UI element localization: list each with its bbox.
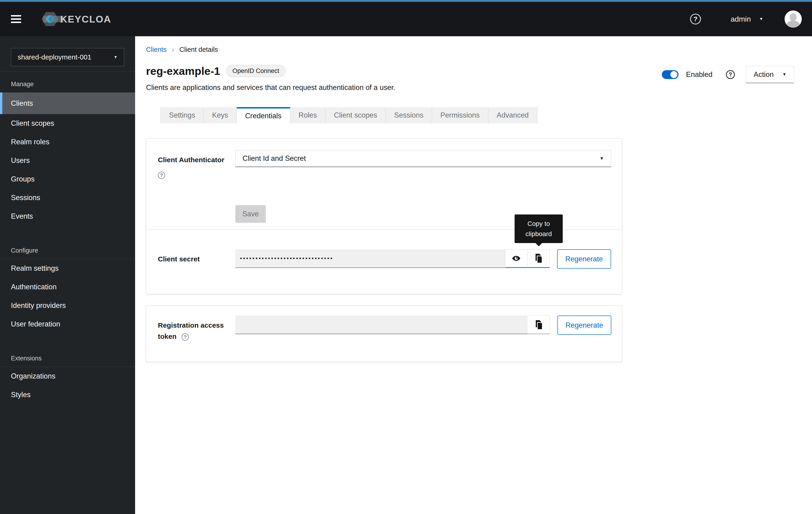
- sidebar-item-sessions[interactable]: Sessions: [0, 188, 135, 207]
- user-menu[interactable]: admin ▼: [731, 15, 763, 24]
- client-authenticator-controls: Client Id and Secret ▼: [235, 150, 611, 180]
- masthead-right: ? admin ▼: [690, 10, 802, 28]
- breadcrumb-current: Client details: [179, 46, 218, 54]
- regenerate-secret-button[interactable]: Regenerate: [557, 249, 611, 269]
- client-authenticator-row: Client Authenticator ? Client Id and Sec…: [158, 150, 611, 180]
- sidebar-item-client-scopes[interactable]: Client scopes: [0, 114, 135, 133]
- client-secret-label: Client secret: [158, 249, 235, 269]
- sidebar-item-clients[interactable]: Clients: [0, 92, 135, 114]
- page-title: reg-example-1: [146, 65, 220, 78]
- caret-down-icon: ▼: [782, 72, 786, 77]
- tab-client-scopes[interactable]: Client scopes: [325, 107, 386, 123]
- chevron-right-icon: ›: [172, 45, 174, 54]
- eye-icon: [512, 254, 521, 263]
- user-name: admin: [731, 15, 751, 24]
- caret-down-icon: ▼: [600, 156, 604, 161]
- client-authenticator-label-cell: Client Authenticator ?: [158, 150, 235, 180]
- tab-roles[interactable]: Roles: [290, 107, 325, 123]
- tab-settings[interactable]: Settings: [161, 107, 204, 123]
- sidebar-item-identity-providers[interactable]: Identity providers: [0, 296, 135, 315]
- nav-section-title: Manage: [0, 72, 135, 92]
- save-button[interactable]: Save: [235, 205, 266, 223]
- sidebar-item-organizations[interactable]: Organizations: [0, 367, 135, 386]
- registration-token-input[interactable]: [235, 315, 528, 334]
- page-header: reg-example-1 OpenID Connect Clients are…: [146, 65, 812, 92]
- avatar-body: [786, 21, 800, 28]
- hamburger-menu-icon[interactable]: [11, 15, 21, 23]
- regenerate-token-button[interactable]: Regenerate: [557, 315, 611, 335]
- registration-token-label-cell: Registration access token ?: [158, 315, 235, 342]
- question-circle-icon[interactable]: ?: [726, 70, 735, 79]
- caret-down-icon: ▼: [759, 17, 763, 21]
- sidebar-item-user-federation[interactable]: User federation: [0, 315, 135, 333]
- avatar-head: [790, 13, 796, 21]
- sidebar-item-groups[interactable]: Groups: [0, 170, 135, 188]
- question-circle-icon[interactable]: ?: [182, 333, 189, 341]
- copy-icon: [534, 320, 543, 330]
- sidebar-item-realm-roles[interactable]: Realm roles: [0, 133, 135, 151]
- tab-bar: Settings Keys Credentials Roles Client s…: [161, 107, 812, 123]
- action-label: Action: [754, 70, 774, 79]
- enabled-toggle[interactable]: [662, 70, 678, 79]
- sidebar: shared-deployment-001 ▼ Manage Clients C…: [0, 36, 135, 514]
- enabled-label: Enabled: [686, 70, 713, 79]
- page-description: Clients are applications and services th…: [146, 84, 812, 92]
- registration-token-label: Registration access token: [158, 321, 224, 340]
- sidebar-item-users[interactable]: Users: [0, 151, 135, 170]
- sidebar-item-realm-settings[interactable]: Realm settings: [0, 259, 135, 278]
- breadcrumb: Clients › Client details: [146, 36, 812, 54]
- keycloak-logo[interactable]: KEYCLOAK: [41, 10, 111, 28]
- sidebar-item-events[interactable]: Events: [0, 207, 135, 225]
- tab-credentials[interactable]: Credentials: [237, 107, 290, 123]
- registration-token-input-group: [235, 315, 550, 342]
- sidebar-section-configure: Configure Realm settings Authentication …: [0, 238, 135, 333]
- client-secret-controls: Copy to clipboard: [235, 249, 611, 269]
- nav-section-title: Configure: [0, 238, 135, 259]
- toggle-knob: [670, 71, 677, 78]
- credentials-card: Client Authenticator ? Client Id and Sec…: [146, 139, 622, 294]
- action-dropdown[interactable]: Action ▼: [746, 66, 794, 83]
- sidebar-section-extensions: Extensions Organizations Styles: [0, 346, 135, 404]
- user-avatar[interactable]: [785, 10, 802, 28]
- masthead: KEYCLOAK ? admin ▼: [0, 2, 812, 36]
- hamburger-bar: [11, 22, 21, 23]
- client-authenticator-select[interactable]: Client Id and Secret ▼: [235, 150, 611, 167]
- copy-tooltip: Copy to clipboard: [515, 214, 563, 243]
- registration-token-controls: Regenerate: [235, 315, 611, 342]
- protocol-badge: OpenID Connect: [226, 65, 286, 77]
- hamburger-bar: [11, 15, 21, 17]
- question-circle-icon[interactable]: ?: [158, 172, 165, 179]
- brand-text: KEYCLOAK: [60, 14, 111, 25]
- label-help-wrap: ?: [158, 169, 235, 180]
- registration-token-row: Registration access token ? Regenerat: [158, 315, 611, 342]
- realm-selector[interactable]: shared-deployment-001 ▼: [11, 48, 124, 66]
- tab-keys[interactable]: Keys: [204, 107, 237, 123]
- caret-down-icon: ▼: [114, 55, 117, 59]
- tab-sessions[interactable]: Sessions: [386, 107, 432, 123]
- breadcrumb-link-clients[interactable]: Clients: [146, 46, 167, 54]
- hamburger-bar: [11, 18, 21, 20]
- copy-icon: [534, 254, 543, 263]
- tab-permissions[interactable]: Permissions: [432, 107, 488, 123]
- client-secret-row: Client secret Copy to clipboard: [158, 249, 611, 294]
- client-secret-input-group: Copy to clipboard: [235, 249, 550, 269]
- help-icon[interactable]: ?: [690, 14, 701, 24]
- show-secret-button[interactable]: [505, 249, 527, 268]
- sidebar-section-manage: Manage Clients Client scopes Realm roles…: [0, 72, 135, 225]
- registration-token-card: Registration access token ? Regenerat: [146, 306, 622, 362]
- app-body: shared-deployment-001 ▼ Manage Clients C…: [0, 36, 812, 514]
- keycloak-logo-graphic: KEYCLOAK: [41, 10, 111, 28]
- top-accent-strip: [0, 0, 812, 2]
- sidebar-item-styles[interactable]: Styles: [0, 386, 135, 404]
- sidebar-item-authentication[interactable]: Authentication: [0, 278, 135, 296]
- client-authenticator-value: Client Id and Secret: [242, 154, 306, 163]
- copy-secret-button[interactable]: [527, 249, 550, 268]
- tab-advanced[interactable]: Advanced: [488, 107, 538, 123]
- nav-section-title: Extensions: [0, 346, 135, 367]
- main-content: Clients › Client details reg-example-1 O…: [135, 36, 812, 514]
- page-header-controls: Enabled ? Action ▼: [662, 66, 794, 83]
- client-authenticator-label: Client Authenticator: [158, 156, 224, 163]
- copy-token-button[interactable]: [528, 315, 550, 334]
- client-secret-input[interactable]: [235, 249, 505, 268]
- realm-name: shared-deployment-001: [18, 53, 91, 61]
